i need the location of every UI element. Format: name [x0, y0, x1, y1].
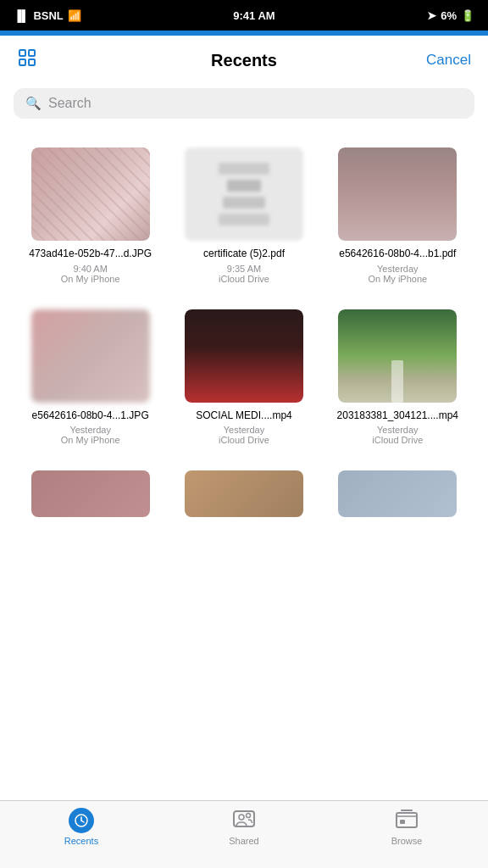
file-thumbnail	[338, 147, 457, 241]
file-time: Yesterday	[69, 425, 111, 435]
file-grid: 473ad41e-052b-47...d.JPG 9:40 AM On My i…	[0, 131, 488, 470]
list-item[interactable]: e5642616-08b0-4...1.JPG Yesterday On My …	[14, 301, 167, 463]
tab-recents[interactable]: Recents	[0, 808, 163, 846]
location-icon: ➤	[427, 9, 436, 22]
file-thumbnail	[31, 147, 150, 241]
svg-rect-11	[400, 820, 405, 824]
list-item[interactable]	[14, 470, 167, 517]
status-bar: ▐▌ BSNL 📶 9:41 AM ➤ 6% 🔋	[0, 0, 488, 31]
file-location: On My iPhone	[61, 435, 120, 445]
svg-point-9	[247, 814, 251, 818]
svg-rect-2	[19, 59, 25, 65]
tab-browse-label: Browse	[391, 836, 423, 846]
search-icon: 🔍	[25, 96, 42, 111]
tab-shared-label: Shared	[229, 836, 258, 846]
shared-icon	[231, 808, 257, 833]
list-item[interactable]: 473ad41e-052b-47...d.JPG 9:40 AM On My i…	[14, 139, 167, 301]
file-thumbnail	[185, 470, 303, 517]
file-thumbnail	[31, 309, 150, 403]
list-item[interactable]	[321, 470, 474, 517]
file-thumbnail	[31, 470, 150, 517]
file-name: SOCIAL MEDI....mp4	[196, 409, 292, 423]
file-time: Yesterday	[377, 264, 419, 274]
file-location: On My iPhone	[61, 274, 120, 284]
file-location: iCloud Drive	[219, 435, 269, 445]
file-name: e5642616-08b0-4...1.JPG	[32, 409, 149, 423]
file-name: certificate (5)2.pdf	[203, 248, 285, 261]
file-name: e5642616-08b0-4...b1.pdf	[339, 248, 456, 261]
file-thumbnail	[185, 147, 303, 241]
svg-rect-3	[29, 59, 35, 65]
file-time: 9:40 AM	[73, 264, 107, 274]
search-bar[interactable]: 🔍 Search	[14, 88, 474, 119]
file-location: iCloud Drive	[219, 274, 269, 284]
carrier-label: BSNL	[33, 9, 63, 22]
file-location: On My iPhone	[368, 274, 427, 284]
list-item[interactable]: SOCIAL MEDI....mp4 Yesterday iCloud Driv…	[167, 301, 320, 463]
svg-point-8	[239, 815, 244, 820]
grid-view-icon[interactable]	[17, 47, 37, 73]
svg-line-6	[81, 821, 84, 822]
file-time: Yesterday	[377, 425, 419, 435]
file-thumbnail	[185, 309, 303, 403]
page-title: Recents	[68, 51, 420, 70]
tab-shared[interactable]: Shared	[163, 808, 325, 846]
tab-bar: Recents Shared Browse	[0, 800, 488, 868]
list-item[interactable]: certificate (5)2.pdf 9:35 AM iCloud Driv…	[167, 139, 320, 301]
file-name: 203183381_304121....mp4	[337, 409, 458, 423]
partial-file-row	[0, 470, 488, 517]
battery-icon: 🔋	[461, 9, 474, 22]
svg-rect-10	[396, 813, 417, 827]
status-left: ▐▌ BSNL 📶	[14, 9, 81, 22]
signal-icon: ▐▌	[14, 9, 29, 22]
tab-browse[interactable]: Browse	[325, 808, 488, 846]
time-label: 9:41 AM	[233, 9, 274, 22]
file-thumbnail	[338, 309, 457, 403]
header-left	[17, 47, 68, 73]
battery-label: 6%	[441, 9, 457, 22]
wifi-icon: 📶	[68, 9, 81, 22]
list-item[interactable]: e5642616-08b0-4...b1.pdf Yesterday On My…	[321, 139, 474, 301]
tab-recents-label: Recents	[64, 836, 98, 846]
recents-icon	[69, 808, 94, 833]
svg-rect-1	[29, 50, 35, 56]
list-item[interactable]	[167, 470, 320, 517]
search-container: 🔍 Search	[0, 81, 488, 131]
file-time: 9:35 AM	[227, 264, 261, 274]
list-item[interactable]: 203183381_304121....mp4 Yesterday iCloud…	[321, 301, 474, 463]
file-thumbnail	[338, 470, 457, 517]
cancel-button[interactable]: Cancel	[420, 52, 471, 69]
browse-icon	[394, 808, 419, 833]
file-time: Yesterday	[224, 425, 265, 435]
header: Recents Cancel	[0, 36, 488, 81]
file-location: iCloud Drive	[372, 435, 423, 445]
status-right: ➤ 6% 🔋	[427, 9, 474, 22]
file-name: 473ad41e-052b-47...d.JPG	[29, 248, 152, 261]
svg-rect-0	[19, 50, 25, 56]
search-input[interactable]: Search	[48, 96, 92, 111]
